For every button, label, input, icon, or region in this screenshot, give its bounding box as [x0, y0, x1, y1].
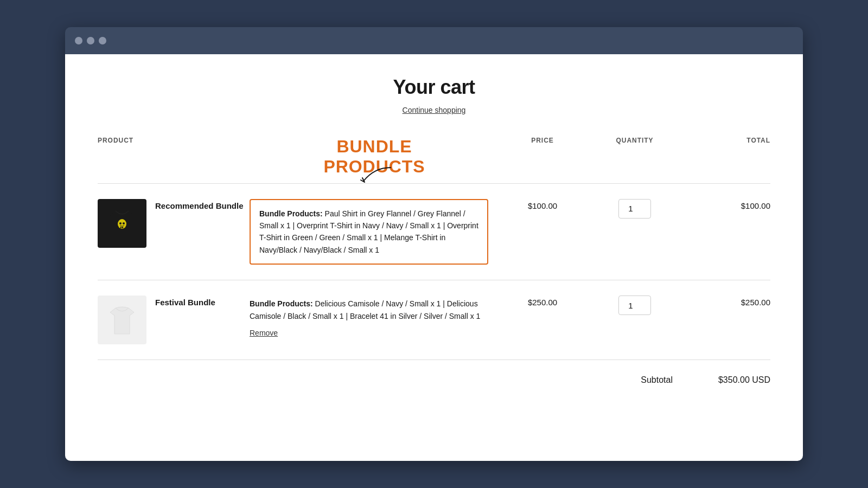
- col-header-total: TOTAL: [684, 137, 770, 177]
- bundle-products-festival: Bundle Products: Delicious Camisole / Na…: [250, 296, 499, 337]
- price-cell-festival: $250.00: [499, 296, 586, 307]
- product-info-recommended: Recommended Bundle: [155, 199, 244, 210]
- browser-content: Your cart Continue shopping PRODUCT Bund…: [65, 54, 803, 461]
- svg-point-1: [119, 222, 122, 224]
- bundle-label-1: Bundle Products:: [259, 209, 323, 218]
- page-title: Your cart: [98, 76, 770, 99]
- total-cell-recommended: $100.00: [684, 199, 770, 210]
- bundle-products-recommended: Bundle Products: Paul Shirt in Grey Flan…: [250, 199, 499, 265]
- svg-rect-4: [122, 227, 123, 228]
- product-cell: Recommended Bundle: [98, 199, 250, 248]
- cart-row: Recommended Bundle Bundle Products: Paul…: [98, 184, 770, 281]
- remove-link[interactable]: Remove: [250, 329, 488, 337]
- col-header-price: PRICE: [499, 137, 586, 177]
- product-info-festival: Festival Bundle: [155, 296, 215, 307]
- tshirt-light-icon: [105, 303, 140, 338]
- col-header-bundle: Bundle Products: [250, 137, 499, 177]
- tshirt-dark-icon: [105, 206, 140, 241]
- browser-dot-2: [87, 37, 94, 44]
- product-image-festival: [98, 296, 146, 344]
- bundle-box-plain: Bundle Products: Delicious Camisole / Na…: [250, 296, 488, 322]
- product-name-festival: Festival Bundle: [155, 298, 215, 307]
- svg-point-2: [123, 222, 125, 224]
- browser-window: Your cart Continue shopping PRODUCT Bund…: [65, 27, 803, 461]
- total-cell-festival: $250.00: [684, 296, 770, 307]
- subtotal-label: Subtotal: [641, 375, 673, 385]
- continue-shopping-link[interactable]: Continue shopping: [403, 106, 466, 114]
- subtotal-row: Subtotal $350.00 USD: [98, 360, 770, 385]
- product-name-recommended: Recommended Bundle: [155, 201, 244, 210]
- browser-dot-1: [75, 37, 82, 44]
- browser-dot-3: [99, 37, 106, 44]
- cart-row-festival: Festival Bundle Bundle Products: Delicio…: [98, 280, 770, 360]
- svg-rect-3: [120, 227, 122, 228]
- quantity-cell-recommended: [586, 199, 684, 219]
- browser-titlebar: [65, 27, 803, 54]
- bundle-label-2: Bundle Products:: [250, 299, 313, 308]
- subtotal-value: $350.00 USD: [694, 375, 770, 385]
- price-cell-recommended: $100.00: [499, 199, 586, 210]
- product-image-recommended: [98, 199, 146, 248]
- bundle-box-highlighted: Bundle Products: Paul Shirt in Grey Flan…: [250, 199, 488, 265]
- continue-shopping-wrap: Continue shopping: [98, 105, 770, 115]
- cart-table-header: PRODUCT Bundle Products PRICE QUANTITY T…: [98, 137, 770, 184]
- quantity-input-recommended[interactable]: [618, 199, 651, 219]
- bundle-arrow-icon: [353, 165, 396, 187]
- col-header-quantity: QUANTITY: [586, 137, 684, 177]
- quantity-cell-festival: [586, 296, 684, 315]
- quantity-input-festival[interactable]: [618, 296, 651, 315]
- col-header-product: PRODUCT: [98, 137, 250, 177]
- product-cell-festival: Festival Bundle: [98, 296, 250, 344]
